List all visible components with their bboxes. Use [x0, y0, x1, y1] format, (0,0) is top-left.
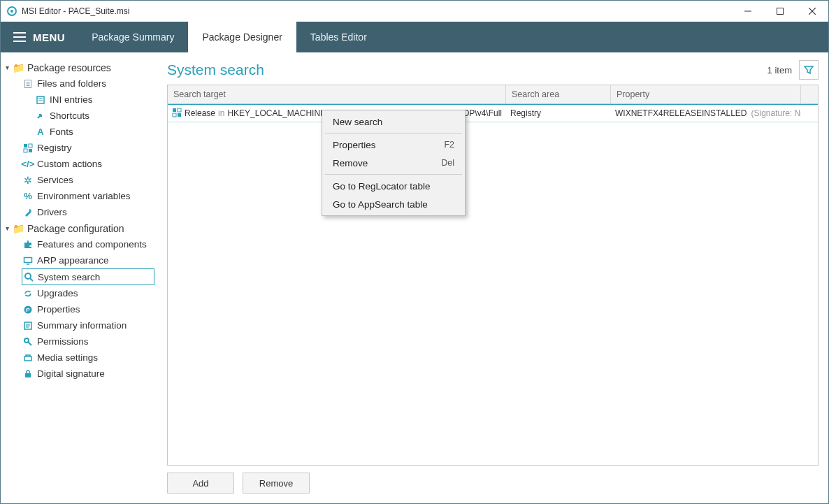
shortcut-label: F2: [444, 140, 454, 150]
titlebar: MSI Editor - PACE_Suite.msi: [1, 1, 828, 22]
svg-rect-33: [178, 113, 181, 117]
tree-item-files-folders[interactable]: Files and folders: [1, 75, 157, 92]
sidebar: ▾ 📁 Package resources Files and folders …: [1, 52, 157, 503]
add-button[interactable]: Add: [167, 473, 234, 494]
tab-package-designer[interactable]: Package Designer: [188, 22, 296, 52]
tree-label: Fonts: [50, 127, 73, 137]
ctx-separator: [325, 174, 462, 175]
filter-button[interactable]: [799, 60, 819, 80]
chevron-down-icon: ▾: [2, 64, 12, 71]
tree-item-custom-actions[interactable]: </> Custom actions: [1, 156, 157, 172]
tree-item-env-vars[interactable]: % Environment variables: [1, 188, 157, 204]
tree-group-resources[interactable]: ▾ 📁 Package resources: [1, 59, 157, 75]
code-icon: </>: [22, 159, 34, 169]
button-row: Add Remove: [167, 473, 819, 494]
main-tabstrip: MENU Package Summary Package Designer Ta…: [1, 22, 828, 52]
cell-property: WIXNETFX4RELEASEINSTALLED (Signature: Ne…: [611, 108, 801, 118]
ctx-goto-appsearch[interactable]: Go to AppSearch table: [324, 195, 463, 213]
tree-label: Digital signature: [37, 368, 105, 379]
grid-header: Search target Search area Property: [168, 85, 818, 104]
column-header-area[interactable]: Search area: [506, 85, 611, 103]
tree-item-system-search[interactable]: System search: [22, 268, 154, 285]
key-icon: [22, 337, 34, 347]
app-icon: [6, 6, 17, 17]
tree-item-digital-signature[interactable]: Digital signature: [1, 366, 157, 382]
tree-item-drivers[interactable]: Drivers: [1, 204, 157, 220]
svg-rect-30: [173, 108, 176, 112]
svg-rect-10: [37, 96, 44, 103]
svg-line-5: [809, 8, 816, 15]
app-window: MSI Editor - PACE_Suite.msi MENU Package…: [0, 0, 829, 504]
tree-label: Registry: [37, 143, 72, 153]
tree-item-ini[interactable]: INI entries: [1, 92, 157, 108]
registry-icon: [22, 143, 34, 153]
puzzle-icon: [22, 240, 34, 250]
tree-label: System search: [38, 272, 100, 282]
prop-name: WIXNETFX4RELEASEINSTALLED: [615, 108, 747, 118]
lock-icon: [22, 369, 34, 379]
tab-package-summary[interactable]: Package Summary: [78, 22, 188, 52]
ctx-goto-reglocator[interactable]: Go to RegLocator table: [324, 177, 463, 195]
svg-rect-15: [24, 149, 27, 152]
minimize-button[interactable]: [732, 1, 764, 22]
maximize-button[interactable]: [764, 1, 796, 22]
tree-label: Custom actions: [37, 159, 102, 169]
svg-point-1: [10, 10, 13, 13]
ctx-properties[interactable]: PropertiesF2: [324, 136, 463, 154]
monitor-icon: [22, 256, 34, 266]
tree-label: Files and folders: [37, 78, 106, 89]
tree-label: Environment variables: [37, 191, 131, 201]
tree-label: Shortcuts: [50, 110, 89, 121]
tree-item-media[interactable]: Media settings: [1, 350, 157, 366]
tree-label: Permissions: [37, 336, 89, 347]
tree-item-permissions[interactable]: Permissions: [1, 333, 157, 350]
svg-text:P: P: [26, 307, 30, 313]
registry-icon: [172, 108, 182, 120]
grid-row[interactable]: Release in HKEY_LOCAL_MACHINE\SOF NDP\v4…: [168, 104, 818, 122]
svg-line-20: [30, 278, 33, 281]
ctx-new-search[interactable]: New search: [324, 113, 463, 131]
tree-item-registry[interactable]: Registry: [1, 140, 157, 156]
chevron-down-icon: ▾: [2, 224, 12, 232]
column-header-target[interactable]: Search target: [168, 85, 506, 103]
ini-icon: [34, 95, 47, 105]
menu-label: MENU: [33, 31, 65, 43]
target-name: Release: [185, 108, 215, 118]
search-grid: Search target Search area Property Relea…: [167, 85, 819, 466]
sync-icon: [22, 289, 34, 298]
item-count: 1 item: [767, 65, 792, 75]
svg-rect-17: [24, 257, 32, 262]
tree-item-summary-info[interactable]: Summary information: [1, 317, 157, 333]
svg-rect-13: [24, 144, 27, 147]
remove-button[interactable]: Remove: [243, 473, 310, 494]
column-header-property[interactable]: Property: [611, 85, 801, 103]
tree-label: Drivers: [37, 207, 67, 217]
gear-icon: ✲: [22, 175, 34, 186]
tree-item-features[interactable]: Features and components: [1, 236, 157, 252]
tab-tables-editor[interactable]: Tables Editor: [296, 22, 381, 52]
media-icon: [22, 353, 34, 363]
search-icon: [22, 272, 35, 282]
context-menu: New search PropertiesF2 RemoveDel Go to …: [322, 110, 466, 216]
prop-icon: P: [22, 305, 34, 315]
tree-item-shortcuts[interactable]: Shortcuts: [1, 108, 157, 124]
tree-label: INI entries: [50, 94, 93, 105]
tree-group-config[interactable]: ▾ 📁 Package configuration: [1, 220, 157, 236]
tree-item-properties[interactable]: P Properties: [1, 301, 157, 317]
tree-item-services[interactable]: ✲ Services: [1, 172, 157, 188]
summary-icon: [22, 321, 34, 331]
cell-area: Registry: [506, 108, 611, 118]
tree-item-upgrades[interactable]: Upgrades: [1, 285, 157, 301]
target-in: in: [218, 108, 224, 118]
tree-item-arp[interactable]: ARP appearance: [1, 252, 157, 268]
main-panel: System search 1 item Search target Searc…: [157, 52, 828, 503]
svg-rect-29: [25, 373, 31, 377]
svg-rect-16: [29, 149, 32, 152]
wrench-icon: [22, 208, 34, 217]
tree-item-fonts[interactable]: A Fonts: [1, 124, 157, 140]
close-button[interactable]: [796, 1, 828, 22]
ctx-remove[interactable]: RemoveDel: [324, 154, 463, 172]
filter-icon: [804, 65, 814, 75]
menu-button[interactable]: MENU: [1, 22, 78, 52]
tree-label: Media settings: [37, 352, 98, 363]
